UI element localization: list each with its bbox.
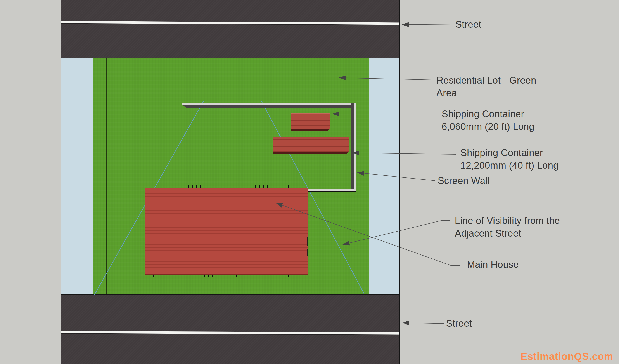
screen-wall-bottom — [307, 189, 356, 192]
label-container-20ft: Shipping Container 6,060mm (20 ft) Long — [442, 108, 535, 133]
label-street-top: Street — [455, 18, 481, 31]
label-street-bottom: Street — [446, 317, 472, 330]
container-40ft-shadow — [273, 152, 350, 154]
shipping-container-40ft — [273, 137, 350, 154]
house-door-mark-2 — [307, 249, 308, 256]
screen-wall-right — [351, 103, 356, 192]
site-column-border — [61, 0, 400, 364]
house-roof-ticks-bottom-2 — [200, 274, 213, 277]
main-house — [145, 188, 308, 274]
screen-wall-top — [182, 103, 356, 105]
leader-street-top — [402, 24, 450, 25]
label-main-house: Main House — [467, 258, 519, 271]
shipping-container-20ft — [291, 113, 330, 131]
container-20ft-shadow — [291, 129, 330, 131]
label-residential-lot: Residential Lot - Green Area — [436, 74, 536, 99]
house-door-mark-1 — [307, 237, 308, 245]
house-roof-ticks-bottom-4 — [288, 274, 300, 277]
house-roof-ticks-top-3 — [288, 186, 300, 188]
screen-wall-top-shadow — [182, 105, 353, 108]
house-roof-ticks-bottom-3 — [236, 274, 249, 277]
leader-street-bottom — [403, 323, 444, 324]
label-line-of-visibility: Line of Visibility from the Adjacent Str… — [455, 214, 560, 240]
house-roof-ticks-top-1 — [188, 186, 204, 188]
house-roof-ticks-bottom-1 — [153, 274, 166, 277]
house-roof-ticks-top-2 — [255, 186, 268, 188]
estimationqs-watermark: EstimationQS.com — [521, 351, 613, 362]
label-container-40ft: Shipping Container 12,200mm (40 ft) Long — [460, 147, 559, 172]
label-screen-wall: Screen Wall — [438, 174, 490, 187]
